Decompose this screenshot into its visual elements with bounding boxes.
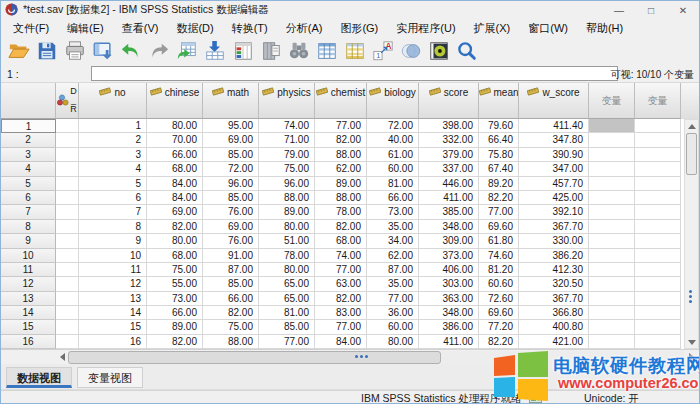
use-variable-sets-icon[interactable] bbox=[397, 38, 425, 64]
data-cell-math[interactable]: 69.00 bbox=[203, 133, 259, 147]
tab-data-view[interactable]: 数据视图 bbox=[6, 367, 72, 388]
data-cell-mean[interactable]: 67.40 bbox=[479, 162, 519, 176]
data-cell-no[interactable]: 4 bbox=[79, 162, 147, 176]
data-cell-var1[interactable] bbox=[589, 162, 635, 176]
data-cell-mean[interactable]: 77.00 bbox=[479, 205, 519, 219]
data-cell-biology[interactable]: 40.00 bbox=[367, 133, 419, 147]
data-cell-chinese[interactable]: 84.00 bbox=[147, 191, 203, 205]
data-cell-chemist[interactable]: 84.00 bbox=[315, 335, 367, 349]
data-cell-biology[interactable]: 61.00 bbox=[367, 148, 419, 162]
data-cell-w_score[interactable]: 367.70 bbox=[519, 292, 589, 306]
data-cell-no[interactable]: 2 bbox=[79, 133, 147, 147]
search-icon[interactable] bbox=[453, 38, 481, 64]
data-cell-var2[interactable] bbox=[635, 148, 681, 162]
data-cell-var2[interactable] bbox=[635, 292, 681, 306]
menu-item-11[interactable]: 帮助(H) bbox=[577, 19, 632, 37]
data-cell-var1[interactable] bbox=[589, 177, 635, 191]
data-cell-math[interactable]: 75.00 bbox=[203, 320, 259, 334]
data-cell-physics[interactable]: 71.00 bbox=[259, 133, 315, 147]
menu-item-10[interactable]: 窗口(W) bbox=[519, 19, 577, 37]
data-cell-chinese[interactable]: 55.00 bbox=[147, 277, 203, 291]
data-cell-chemist[interactable]: 88.00 bbox=[315, 148, 367, 162]
column-header-d_r[interactable]: D_R bbox=[56, 83, 79, 119]
data-cell-w_score[interactable]: 320.50 bbox=[519, 277, 589, 291]
tab-variable-view[interactable]: 变量视图 bbox=[77, 367, 143, 388]
data-cell-chemist[interactable]: 68.00 bbox=[315, 234, 367, 248]
data-cell-d_r[interactable] bbox=[56, 277, 79, 291]
data-cell-mean[interactable]: 69.60 bbox=[479, 306, 519, 320]
data-cell-no[interactable]: 9 bbox=[79, 234, 147, 248]
undo-icon[interactable] bbox=[117, 38, 145, 64]
redo-icon[interactable] bbox=[145, 38, 173, 64]
data-cell-no[interactable]: 15 bbox=[79, 320, 147, 334]
data-cell-chinese[interactable]: 89.00 bbox=[147, 320, 203, 334]
data-cell-w_score[interactable]: 386.20 bbox=[519, 249, 589, 263]
data-cell-var2[interactable] bbox=[635, 249, 681, 263]
menu-item-4[interactable]: 数据(D) bbox=[167, 19, 222, 37]
data-cell-biology[interactable]: 62.00 bbox=[367, 249, 419, 263]
data-cell-chemist[interactable]: 82.00 bbox=[315, 133, 367, 147]
data-cell-mean[interactable]: 60.60 bbox=[479, 277, 519, 291]
row-header-cell[interactable]: 8 bbox=[1, 220, 56, 234]
data-cell-chemist[interactable]: 82.00 bbox=[315, 220, 367, 234]
data-cell-physics[interactable]: 77.00 bbox=[259, 335, 315, 349]
variables-icon[interactable] bbox=[229, 38, 257, 64]
data-cell-math[interactable]: 85.00 bbox=[203, 191, 259, 205]
data-cell-no[interactable]: 11 bbox=[79, 263, 147, 277]
row-header-cell[interactable]: 12 bbox=[1, 277, 56, 291]
column-header-physics[interactable]: physics bbox=[259, 83, 315, 119]
data-cell-biology[interactable]: 35.00 bbox=[367, 220, 419, 234]
data-cell-d_r[interactable] bbox=[56, 306, 79, 320]
vertical-scrollbar[interactable] bbox=[684, 119, 699, 349]
data-cell-chemist[interactable]: 89.00 bbox=[315, 177, 367, 191]
select-cases-icon[interactable] bbox=[425, 38, 453, 64]
row-header-cell[interactable]: 2 bbox=[1, 133, 56, 147]
data-cell-physics[interactable]: 88.00 bbox=[259, 191, 315, 205]
data-cell-chinese[interactable]: 75.00 bbox=[147, 263, 203, 277]
data-cell-var1[interactable] bbox=[589, 119, 635, 133]
row-header-cell[interactable]: 5 bbox=[1, 177, 56, 191]
data-cell-chinese[interactable]: 68.00 bbox=[147, 249, 203, 263]
split-file-icon[interactable] bbox=[341, 38, 369, 64]
data-cell-w_score[interactable]: 392.10 bbox=[519, 205, 589, 219]
row-header-cell[interactable]: 11 bbox=[1, 263, 56, 277]
row-header-cell[interactable]: 10 bbox=[1, 249, 56, 263]
data-cell-var2[interactable] bbox=[635, 320, 681, 334]
data-cell-mean[interactable]: 66.40 bbox=[479, 133, 519, 147]
scroll-up-icon[interactable] bbox=[685, 120, 698, 132]
data-cell-var2[interactable] bbox=[635, 263, 681, 277]
data-cell-w_score[interactable]: 412.30 bbox=[519, 263, 589, 277]
data-cell-no[interactable]: 12 bbox=[79, 277, 147, 291]
data-cell-physics[interactable]: 79.00 bbox=[259, 148, 315, 162]
find-icon[interactable] bbox=[285, 38, 313, 64]
column-header-var1[interactable]: 变量 bbox=[589, 83, 635, 119]
data-cell-mean[interactable]: 79.60 bbox=[479, 119, 519, 133]
data-cell-chinese[interactable]: 80.00 bbox=[147, 119, 203, 133]
row-header-cell[interactable]: 16 bbox=[1, 335, 56, 349]
row-header-cell[interactable]: 15 bbox=[1, 320, 56, 334]
data-cell-d_r[interactable] bbox=[56, 177, 79, 191]
data-cell-w_score[interactable]: 411.40 bbox=[519, 119, 589, 133]
data-cell-chemist[interactable]: 77.00 bbox=[315, 119, 367, 133]
data-cell-var2[interactable] bbox=[635, 177, 681, 191]
data-cell-score[interactable]: 337.00 bbox=[419, 162, 479, 176]
data-cell-var2[interactable] bbox=[635, 205, 681, 219]
row-header-cell[interactable]: 7 bbox=[1, 205, 56, 219]
data-cell-score[interactable]: 309.00 bbox=[419, 234, 479, 248]
data-cell-var1[interactable] bbox=[589, 191, 635, 205]
data-cell-var1[interactable] bbox=[589, 133, 635, 147]
data-cell-physics[interactable]: 75.00 bbox=[259, 162, 315, 176]
data-cell-biology[interactable]: 72.00 bbox=[367, 119, 419, 133]
data-cell-no[interactable]: 14 bbox=[79, 306, 147, 320]
data-cell-biology[interactable]: 81.00 bbox=[367, 177, 419, 191]
data-cell-var2[interactable] bbox=[635, 133, 681, 147]
data-cell-d_r[interactable] bbox=[56, 292, 79, 306]
data-cell-score[interactable]: 406.00 bbox=[419, 263, 479, 277]
data-cell-w_score[interactable]: 347.80 bbox=[519, 133, 589, 147]
save-icon[interactable] bbox=[33, 38, 61, 64]
data-cell-math[interactable]: 96.00 bbox=[203, 177, 259, 191]
column-header-w_score[interactable]: w_score bbox=[519, 83, 589, 119]
goto-variable-icon[interactable] bbox=[201, 38, 229, 64]
column-header-var2[interactable]: 变量 bbox=[635, 83, 681, 119]
data-cell-score[interactable]: 348.00 bbox=[419, 220, 479, 234]
